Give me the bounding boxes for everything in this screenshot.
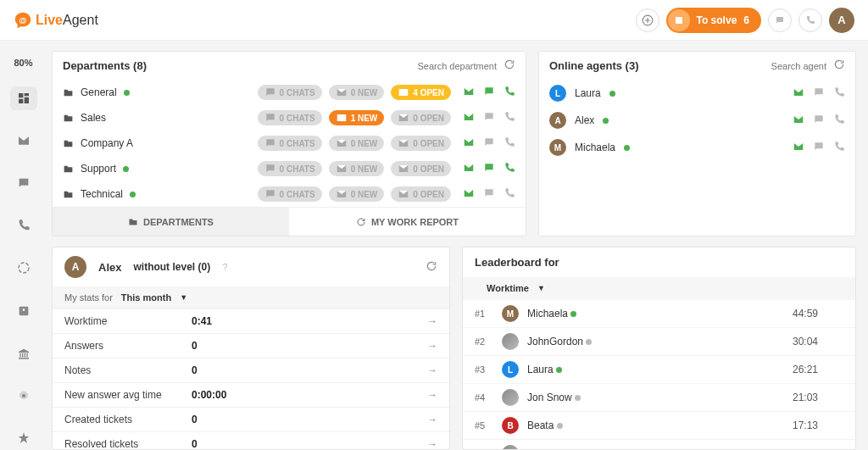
stat-row[interactable]: Answers0→ — [53, 333, 449, 358]
leaderboard-panel: Leaderboard for Worktime ▼ #1MMichaela 4… — [462, 247, 856, 450]
leaderboard-row[interactable]: #5BBeata 17:13 — [463, 411, 855, 439]
online-agents-title: Online agents (3) — [549, 59, 638, 72]
folder-icon — [63, 113, 74, 124]
stat-row[interactable]: Created tickets0→ — [53, 407, 449, 431]
department-row[interactable]: Company A 0 CHATS 0 NEW 0 OPEN — [53, 131, 526, 156]
sidebar-star[interactable] — [10, 426, 37, 450]
departments-search[interactable] — [395, 61, 497, 71]
agents-refresh[interactable] — [833, 58, 845, 73]
phone-icon[interactable] — [504, 136, 515, 151]
to-solve-icon — [668, 9, 690, 31]
topbar-chat-button[interactable] — [768, 8, 792, 32]
phone-icon[interactable] — [833, 114, 845, 128]
open-pill: 4 OPEN — [391, 85, 451, 100]
star-icon — [17, 431, 31, 445]
tab-my-work-report[interactable]: MY WORK REPORT — [289, 208, 526, 236]
phone-icon[interactable] — [504, 162, 515, 176]
chat-icon[interactable] — [813, 86, 825, 101]
stat-row[interactable]: Worktime0:41→ — [53, 308, 449, 333]
mail-icon[interactable] — [793, 114, 804, 128]
leaderboard-row[interactable]: #3LLaura 26:21 — [463, 355, 855, 383]
mail-icon[interactable] — [793, 86, 804, 101]
department-row[interactable]: Support 0 CHATS 0 NEW 0 OPEN — [53, 156, 526, 181]
department-row[interactable]: Sales 0 CHATS 1 NEW 0 OPEN — [53, 105, 526, 131]
leaderboard-name: Michaela — [527, 308, 784, 319]
department-row[interactable]: General 0 CHATS 0 NEW 4 OPEN — [53, 80, 526, 105]
stat-row[interactable]: Resolved tickets0→ — [53, 431, 449, 450]
mail-icon[interactable] — [463, 162, 475, 176]
mail-icon[interactable] — [463, 111, 475, 125]
to-solve-button[interactable]: To solve 6 — [666, 8, 761, 33]
chat-icon[interactable] — [483, 86, 495, 100]
agents-search[interactable] — [725, 61, 826, 71]
stats-refresh[interactable] — [426, 260, 437, 275]
agent-row[interactable]: LLaura — [539, 80, 855, 107]
stats-name: Alex — [98, 261, 121, 274]
stat-label: Created tickets — [64, 414, 192, 425]
leaderboard-avatar: L — [502, 361, 519, 378]
user-avatar[interactable]: A — [829, 8, 854, 33]
agent-row[interactable]: MMichaela — [539, 134, 855, 161]
new-pill: 1 NEW — [329, 110, 385, 125]
stats-filter-dropdown[interactable]: This month ▼ — [121, 292, 187, 303]
leaderboard-rank: #1 — [475, 308, 493, 319]
stats-help[interactable]: ? — [222, 262, 227, 272]
sidebar-chat[interactable] — [10, 171, 37, 195]
refresh-icon — [426, 260, 437, 272]
chat-icon[interactable] — [813, 141, 825, 155]
tab-departments[interactable]: DEPARTMENTS — [53, 208, 289, 236]
arrow-right-icon: → — [427, 414, 437, 425]
leaderboard-rank: #4 — [475, 392, 493, 403]
stat-value: 0:00:00 — [192, 389, 427, 401]
status-dot — [124, 90, 130, 96]
mail-icon[interactable] — [463, 187, 475, 202]
stats-filter: My stats for This month ▼ — [53, 286, 449, 308]
mail-icon[interactable] — [793, 141, 804, 155]
sidebar-contacts[interactable] — [10, 299, 37, 323]
sidebar-kb[interactable] — [10, 342, 37, 365]
chat-icon[interactable] — [483, 111, 495, 125]
new-pill: 0 NEW — [329, 136, 385, 151]
chats-pill: 0 CHATS — [258, 136, 322, 151]
refresh-icon — [356, 217, 366, 227]
leaderboard-filter-dropdown[interactable]: Worktime ▼ — [487, 283, 545, 293]
leaderboard-row[interactable]: #4Jon Snow 21:03 — [463, 383, 855, 411]
chat-icon[interactable] — [483, 187, 495, 202]
departments-refresh[interactable] — [504, 58, 515, 73]
stat-label: Worktime — [64, 315, 192, 327]
phone-icon[interactable] — [833, 86, 845, 101]
mail-icon[interactable] — [463, 136, 475, 151]
to-solve-count: 6 — [743, 14, 749, 26]
department-row[interactable]: Technical 0 CHATS 0 NEW 0 OPEN — [53, 181, 526, 207]
sidebar-activity[interactable] — [10, 256, 37, 280]
phone-icon[interactable] — [833, 141, 845, 155]
phone-icon[interactable] — [504, 187, 515, 202]
leaderboard-name: Beata — [527, 419, 784, 431]
agent-row[interactable]: AAlex — [539, 107, 855, 134]
new-pill: 0 NEW — [329, 85, 385, 100]
chat-icon — [17, 176, 31, 190]
folder-icon — [63, 189, 74, 200]
arrow-right-icon: → — [427, 438, 437, 450]
stat-row[interactable]: New answer avg time0:00:00→ — [53, 382, 449, 407]
folder-icon — [63, 164, 74, 175]
topbar: @ LiveAgent To solve 6 A — [0, 0, 868, 41]
mail-icon[interactable] — [463, 86, 475, 100]
phone-icon[interactable] — [504, 111, 515, 125]
sidebar-dashboard[interactable] — [10, 86, 37, 110]
sidebar-mail[interactable] — [10, 129, 37, 153]
sidebar-settings[interactable] — [10, 384, 37, 408]
leaderboard-row[interactable]: #2JohnGordon 30:04 — [463, 327, 855, 355]
leaderboard-row[interactable]: #6Tomas 9:37 — [463, 439, 855, 450]
chat-icon[interactable] — [813, 114, 825, 128]
logo[interactable]: @ LiveAgent — [14, 11, 98, 30]
stat-row[interactable]: Notes0→ — [53, 358, 449, 382]
leaderboard-row[interactable]: #1MMichaela 44:59 — [463, 299, 855, 327]
topbar-phone-button[interactable] — [798, 8, 822, 32]
phone-icon[interactable] — [504, 86, 515, 100]
sidebar-call[interactable] — [10, 214, 37, 237]
leaderboard-rank: #2 — [475, 336, 493, 347]
add-button[interactable] — [636, 8, 659, 32]
chat-icon[interactable] — [483, 162, 495, 176]
chat-icon[interactable] — [483, 136, 495, 151]
